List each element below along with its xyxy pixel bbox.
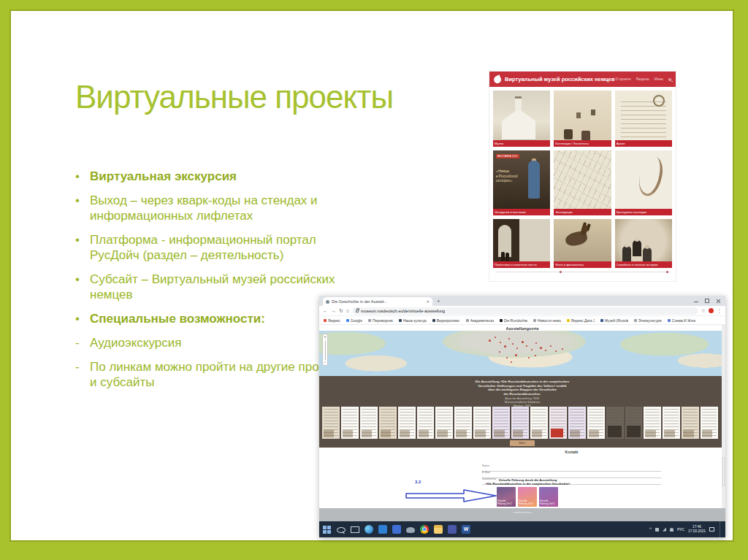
bookmark-star-icon[interactable]: ☆	[701, 307, 706, 315]
exhibit-thumbnail[interactable]	[341, 407, 359, 439]
museum-tile-excursions[interactable]: ВЫСТАВКА 2012 «Немцы в Российской истори…	[493, 150, 550, 215]
menu-item-about[interactable]: О проекте	[615, 77, 630, 81]
map-marker[interactable]	[545, 350, 546, 351]
bookmark-item[interactable]: Переводчик	[368, 318, 393, 323]
museum-tile-monuments[interactable]: Памятники и памятные места	[493, 219, 550, 268]
bookmark-item[interactable]: Google	[346, 318, 362, 323]
bookmark-item[interactable]: Видеоролики не…	[432, 318, 460, 323]
onedrive-icon[interactable]	[406, 527, 415, 533]
window-minimize-button[interactable]	[694, 299, 698, 303]
exhibit-thumbnail[interactable]	[379, 407, 397, 439]
taskbar-clock[interactable]: 17:46 17.03.2021	[688, 525, 706, 534]
virtual-tour-tile[interactable]: Virtuelle Führung Teil 1	[497, 487, 516, 507]
museum-tile-heritage[interactable]: Культурное наследие	[615, 150, 672, 215]
search-icon[interactable]	[668, 78, 671, 81]
map-marker[interactable]	[562, 348, 563, 350]
exhibit-thumbnail[interactable]	[530, 407, 548, 439]
home-button[interactable]: ⌂	[346, 307, 349, 315]
teams-icon[interactable]	[448, 525, 457, 534]
word-icon[interactable]: W	[462, 525, 470, 534]
page-scrollbar[interactable]	[722, 325, 725, 508]
start-button[interactable]	[323, 526, 332, 534]
scrollbar-thumb[interactable]	[722, 457, 725, 486]
more-button[interactable]: Mehr	[510, 440, 535, 446]
map-marker[interactable]	[489, 340, 491, 342]
exhibition-map[interactable]: +−	[319, 331, 725, 376]
window-close-button[interactable]	[716, 299, 720, 303]
profile-avatar[interactable]	[709, 308, 714, 313]
map-marker[interactable]	[535, 355, 536, 356]
map-marker[interactable]	[531, 349, 533, 350]
map-marker[interactable]	[528, 357, 530, 358]
map-marker[interactable]	[504, 345, 506, 348]
window-maximize-button[interactable]	[705, 299, 709, 303]
menu-item-sections[interactable]: Разделы	[636, 77, 649, 81]
map-marker[interactable]	[526, 345, 527, 347]
exhibit-thumbnail[interactable]	[398, 407, 416, 439]
browser-menu-icon[interactable]: ⋮	[717, 307, 722, 315]
bookmark-item[interactable]: Этнокультурная…	[634, 318, 662, 323]
map-marker[interactable]	[511, 361, 512, 363]
volume-icon[interactable]	[670, 528, 673, 532]
exhibit-thumbnail[interactable]	[435, 407, 453, 439]
zoom-out-icon[interactable]: −	[323, 360, 327, 365]
map-marker[interactable]	[540, 347, 542, 349]
map-zoom-control[interactable]: +−	[322, 334, 328, 366]
exhibit-thumbnail[interactable]	[644, 407, 661, 439]
map-marker[interactable]	[515, 354, 517, 356]
tray-caret-icon[interactable]: ^	[649, 526, 652, 533]
map-marker[interactable]	[535, 342, 537, 344]
exhibit-carousel[interactable]	[322, 407, 718, 439]
browser-tab[interactable]: Die Geschichte in der Ausstel… ✕	[323, 297, 432, 306]
museum-tile-museums[interactable]: Музеи	[493, 91, 550, 147]
new-tab-button[interactable]: +	[437, 297, 440, 306]
bookmark-item[interactable]: Музей (Russland)	[600, 318, 628, 323]
menu-item-menu[interactable]: Меню	[654, 77, 663, 81]
map-marker[interactable]	[550, 345, 552, 347]
map-marker[interactable]	[506, 357, 508, 358]
address-bar[interactable]: museum.rusdeutsch.eu/de/virtuelle-ausste…	[352, 307, 698, 315]
exhibit-thumbnail[interactable]	[360, 407, 378, 439]
show-desktop-button[interactable]	[720, 521, 722, 537]
museum-tile-media[interactable]: Фоно и фильмотека	[554, 219, 611, 268]
exhibit-thumbnail[interactable]	[492, 407, 510, 439]
exhibit-thumbnail[interactable]	[663, 407, 680, 439]
museum-tile-archive[interactable]: Архив	[615, 91, 672, 147]
bookmark-item[interactable]: Схема И Жизнь	[668, 318, 695, 323]
language-indicator[interactable]: РУС	[677, 527, 684, 532]
zoom-in-icon[interactable]: +	[324, 334, 327, 339]
map-marker[interactable]	[500, 342, 501, 343]
edge-icon[interactable]	[365, 525, 373, 534]
museum-tile-expeditions[interactable]: Экспедиции	[554, 150, 611, 215]
virtual-tour-tile[interactable]: Virtuelle Führung Teil 3	[539, 487, 558, 507]
carousel-indicator[interactable]	[495, 272, 670, 277]
map-marker[interactable]	[512, 343, 514, 345]
exhibit-thumbnail[interactable]	[701, 407, 718, 439]
store-app-icon[interactable]	[378, 525, 387, 534]
taskbar-search-icon[interactable]	[337, 527, 346, 533]
mail-app-icon[interactable]	[392, 525, 401, 534]
tab-close-icon[interactable]: ✕	[427, 299, 430, 304]
virtual-tour-tile[interactable]: Virtuelle Führung Teil 2	[518, 487, 537, 507]
exhibit-thumbnail[interactable]	[625, 407, 643, 439]
museum-tile-family-stories[interactable]: Семейные и личные истории	[615, 219, 672, 268]
file-explorer-icon[interactable]	[434, 525, 443, 534]
map-marker[interactable]	[508, 338, 510, 340]
exhibit-thumbnail[interactable]	[322, 407, 340, 439]
carousel-dot[interactable]	[560, 271, 562, 273]
chrome-icon[interactable]	[420, 525, 429, 534]
exhibit-thumbnail[interactable]	[568, 407, 586, 439]
task-view-icon[interactable]	[351, 526, 359, 533]
notification-icon[interactable]	[709, 527, 714, 532]
map-marker[interactable]	[555, 350, 557, 352]
bookmark-item[interactable]: Академическая…	[466, 318, 494, 323]
museum-tile-collections[interactable]: Коллекции / Экспонаты	[554, 91, 611, 147]
bookmark-item[interactable]: Яндекс	[324, 318, 340, 323]
bookmark-item[interactable]: Яндекс.Диск Зап…	[567, 318, 595, 323]
carousel-dot[interactable]	[666, 271, 668, 273]
exhibit-thumbnail[interactable]	[549, 407, 567, 439]
reload-button[interactable]: ↻	[339, 307, 343, 315]
exhibit-thumbnail[interactable]	[682, 407, 699, 439]
battery-icon[interactable]	[655, 528, 659, 532]
network-icon[interactable]	[663, 528, 666, 532]
